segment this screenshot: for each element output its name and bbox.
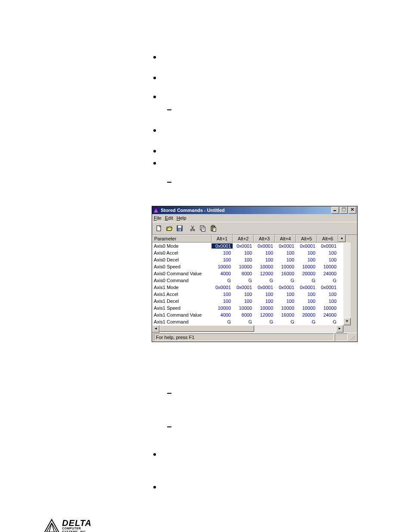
data-cell[interactable]: 100 [233, 299, 254, 304]
scroll-left-button[interactable]: ◄ [152, 325, 159, 333]
data-cell[interactable]: G [254, 278, 275, 283]
data-cell[interactable]: 12000 [254, 271, 275, 276]
cut-button[interactable] [187, 224, 198, 233]
data-cell[interactable]: G [296, 278, 317, 283]
data-cell[interactable]: 0x0001 [233, 285, 254, 290]
data-cell[interactable]: 100 [275, 250, 296, 255]
data-cell[interactable]: 0x0001 [254, 285, 275, 290]
save-button[interactable] [174, 224, 185, 233]
data-cell[interactable]: 8000 [233, 312, 254, 317]
data-cell[interactable]: 10000 [317, 305, 338, 311]
data-cell[interactable]: 100 [212, 257, 233, 262]
data-cell[interactable]: G [317, 319, 338, 324]
menu-help[interactable]: Help [177, 215, 187, 221]
data-cell[interactable]: 24000 [317, 271, 338, 276]
data-cell[interactable]: 10000 [212, 305, 233, 311]
scrollbar-thumb[interactable] [159, 325, 254, 332]
data-cell[interactable]: 0x0001 [275, 243, 296, 249]
column-header[interactable]: Alt+1 [212, 235, 233, 243]
data-cell[interactable]: 0x0001 [275, 285, 296, 290]
data-cell[interactable]: 4000 [212, 312, 233, 317]
data-cell[interactable]: 100 [296, 257, 317, 262]
data-cell[interactable]: 10000 [275, 264, 296, 269]
data-cell[interactable]: 0x0001 [212, 285, 233, 290]
data-cell[interactable]: 100 [317, 299, 338, 304]
data-cell[interactable]: 20000 [296, 271, 317, 276]
data-cell[interactable]: G [275, 319, 296, 324]
scrollbar-track[interactable] [343, 243, 351, 318]
data-cell[interactable]: 10000 [233, 264, 254, 269]
data-cell[interactable]: 0x0001 [317, 243, 338, 249]
data-cell[interactable]: 100 [275, 299, 296, 304]
data-cell[interactable]: G [254, 319, 275, 324]
data-cell[interactable]: G [296, 319, 317, 324]
data-cell[interactable]: G [233, 278, 254, 283]
data-cell[interactable]: 10000 [296, 305, 317, 311]
data-cell[interactable]: 100 [317, 250, 338, 255]
data-cell[interactable]: 100 [212, 292, 233, 297]
data-cell[interactable]: 100 [254, 292, 275, 297]
data-cell[interactable]: 0x0001 [317, 285, 338, 290]
data-cell[interactable]: 16000 [275, 271, 296, 276]
parameter-column-header[interactable]: Parameter [152, 235, 212, 243]
scroll-right-button[interactable]: ► [336, 325, 343, 333]
data-cell[interactable]: 10000 [233, 305, 254, 311]
data-cell[interactable]: 24000 [317, 312, 338, 317]
data-cell[interactable]: 100 [275, 292, 296, 297]
data-cell[interactable]: 4000 [212, 271, 233, 276]
copy-button[interactable] [198, 224, 208, 233]
data-cell[interactable]: 100 [233, 257, 254, 262]
data-cell[interactable]: 0x0001 [233, 243, 254, 249]
data-cell[interactable]: 10000 [275, 305, 296, 311]
data-cell[interactable]: 0x0001 [296, 285, 317, 290]
data-cell[interactable]: 0x0001 [254, 243, 275, 249]
close-button[interactable] [349, 207, 356, 214]
data-cell[interactable]: 100 [317, 292, 338, 297]
menu-file[interactable]: File [154, 215, 162, 221]
data-cell[interactable]: 10000 [317, 264, 338, 269]
data-cell[interactable]: 10000 [212, 264, 233, 269]
data-cell[interactable]: 12000 [254, 312, 275, 317]
data-cell[interactable]: 10000 [296, 264, 317, 269]
column-header[interactable]: Alt+5 [296, 235, 317, 243]
column-header[interactable]: Alt+4 [275, 235, 296, 243]
data-cell[interactable]: 10000 [254, 305, 275, 311]
data-cell[interactable]: G [212, 278, 233, 283]
data-cell[interactable]: 100 [254, 250, 275, 255]
horizontal-scrollbar[interactable]: ◄ ► [152, 325, 343, 333]
data-cell[interactable]: 10000 [254, 264, 275, 269]
vertical-scrollbar[interactable]: ▼ [343, 243, 351, 325]
data-cell[interactable]: G [275, 278, 296, 283]
data-cell[interactable]: 100 [317, 257, 338, 262]
data-cell[interactable]: 0x0001 [296, 243, 317, 249]
data-cell[interactable]: 100 [275, 257, 296, 262]
scroll-down-button[interactable]: ▼ [343, 318, 351, 325]
data-cell[interactable]: 100 [254, 299, 275, 304]
data-cell[interactable]: 100 [233, 292, 254, 297]
scrollbar-track[interactable] [254, 325, 336, 333]
data-cell[interactable]: G [317, 278, 338, 283]
data-cell[interactable]: 100 [254, 257, 275, 262]
data-cell[interactable]: G [212, 319, 233, 324]
data-cell[interactable]: 0x0001 [212, 243, 233, 249]
column-header[interactable]: Alt+6 [317, 235, 338, 243]
maximize-button[interactable] [340, 207, 348, 214]
menu-edit[interactable]: Edit [165, 215, 173, 221]
data-cell[interactable]: 100 [212, 299, 233, 304]
minimize-button[interactable] [331, 207, 339, 214]
paste-button[interactable] [208, 224, 218, 233]
data-cell[interactable]: 16000 [275, 312, 296, 317]
data-cell[interactable]: 100 [212, 250, 233, 255]
column-header[interactable]: Alt+2 [233, 235, 254, 243]
data-cell[interactable]: 100 [296, 250, 317, 255]
data-cell[interactable]: 100 [296, 299, 317, 304]
data-cell[interactable]: 100 [296, 292, 317, 297]
resize-grip-icon[interactable] [349, 334, 355, 341]
open-button[interactable] [164, 224, 174, 233]
data-cell[interactable]: G [233, 319, 254, 324]
new-button[interactable] [154, 224, 164, 233]
data-cell[interactable]: 20000 [296, 312, 317, 317]
titlebar[interactable]: Stored Commands - Untitled [152, 206, 357, 214]
data-cell[interactable]: 8000 [233, 271, 254, 276]
scroll-up-button[interactable]: ▲ [338, 235, 346, 242]
